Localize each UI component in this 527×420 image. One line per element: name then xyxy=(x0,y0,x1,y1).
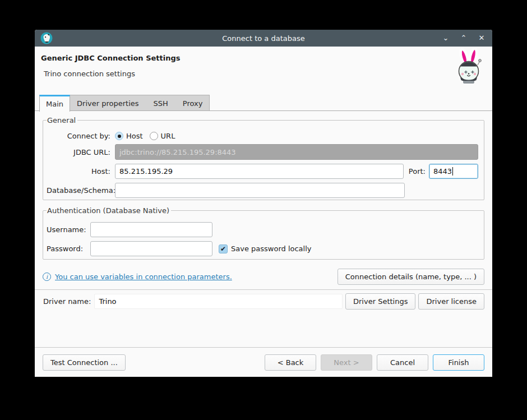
database-label: Database/Schema: xyxy=(47,186,115,195)
host-radio[interactable] xyxy=(115,132,123,140)
host-label: Host: xyxy=(47,167,115,176)
desktop-background: Connect to a database ⌄ ⌃ ✕ Generic JDBC… xyxy=(0,0,527,420)
dialog-button-bar: Test Connection ... < Back Next > Cancel… xyxy=(35,347,492,377)
settings-tabbar: Main Driver properties SSH Proxy xyxy=(35,90,492,111)
trino-bunny-logo xyxy=(453,48,486,85)
jdbc-url-row: JDBC URL: xyxy=(47,144,478,160)
window-title: Connect to a database xyxy=(35,34,492,43)
host-radio-label: Host xyxy=(126,132,143,140)
connect-database-dialog: Connect to a database ⌄ ⌃ ✕ Generic JDBC… xyxy=(35,30,492,377)
password-row: Password: ✔ Save password locally xyxy=(47,241,478,256)
jdbc-url-input xyxy=(115,144,478,160)
url-radio-label: URL xyxy=(161,132,175,140)
port-value: 8443 xyxy=(433,167,452,176)
tab-driver-properties[interactable]: Driver properties xyxy=(77,99,138,108)
port-label: Port: xyxy=(409,167,426,176)
username-label: Username: xyxy=(47,225,90,234)
connect-by-host-option[interactable]: Host xyxy=(115,132,143,140)
connect-by-url-option[interactable]: URL xyxy=(150,132,175,140)
driver-license-button[interactable]: Driver license xyxy=(418,293,484,310)
save-password-label: Save password locally xyxy=(231,244,312,253)
page-subtitle: Trino connection settings xyxy=(40,70,484,78)
port-input[interactable]: 8443 xyxy=(429,164,478,179)
host-row: Host: Port: 8443 xyxy=(47,164,478,179)
authentication-group: Authentication (Database Native) Usernam… xyxy=(43,206,484,260)
username-row: Username: xyxy=(47,222,478,237)
database-row: Database/Schema: xyxy=(47,183,478,198)
authentication-group-legend: Authentication (Database Native) xyxy=(47,206,171,215)
back-button[interactable]: < Back xyxy=(265,354,316,371)
driver-name-field xyxy=(94,294,343,309)
inactive-tab-group: Driver properties SSH Proxy xyxy=(70,95,210,111)
titlebar[interactable]: Connect to a database ⌄ ⌃ ✕ xyxy=(35,30,492,47)
url-radio[interactable] xyxy=(150,132,158,140)
password-label: Password: xyxy=(47,244,90,253)
username-input[interactable] xyxy=(90,222,212,237)
host-input[interactable] xyxy=(115,164,404,179)
save-password-option[interactable]: ✔ Save password locally xyxy=(219,244,312,253)
cancel-button[interactable]: Cancel xyxy=(377,354,428,371)
tab-ssh[interactable]: SSH xyxy=(154,99,168,108)
close-icon[interactable]: ✕ xyxy=(477,32,487,44)
database-input[interactable] xyxy=(115,183,405,198)
driver-row: Driver name: Driver Settings Driver lice… xyxy=(43,293,484,310)
connect-by-label: Connect by: xyxy=(47,132,115,140)
text-caret xyxy=(452,167,453,176)
connection-details-button[interactable]: Connection details (name, type, ... ) xyxy=(338,269,484,285)
tab-proxy[interactable]: Proxy xyxy=(183,99,203,108)
info-icon: i xyxy=(43,273,51,281)
driver-separator xyxy=(35,289,492,290)
page-title: Generic JDBC Connection Settings xyxy=(40,54,484,62)
info-row: i You can use variables in connection pa… xyxy=(43,269,484,285)
jdbc-url-label: JDBC URL: xyxy=(47,148,115,156)
test-connection-button[interactable]: Test Connection ... xyxy=(43,354,126,371)
minimize-icon[interactable]: ⌄ xyxy=(441,32,451,44)
general-group-legend: General xyxy=(47,116,77,124)
driver-settings-button[interactable]: Driver Settings xyxy=(345,293,415,310)
password-input[interactable] xyxy=(90,241,212,256)
driver-name-label: Driver name: xyxy=(43,297,91,306)
connect-by-row: Connect by: Host URL xyxy=(47,132,478,140)
general-group: General Connect by: Host URL JDBC URL: xyxy=(43,116,484,200)
dbeaver-app-icon xyxy=(40,32,53,44)
maximize-icon[interactable]: ⌃ xyxy=(459,32,469,44)
variables-help-link[interactable]: You can use variables in connection para… xyxy=(55,273,232,281)
dialog-header: Generic JDBC Connection Settings Trino c… xyxy=(35,47,492,90)
finish-button[interactable]: Finish xyxy=(433,354,484,371)
next-button: Next > xyxy=(321,354,372,371)
tab-main-label: Main xyxy=(46,100,63,108)
main-tab-content: General Connect by: Host URL JDBC URL: xyxy=(35,111,492,347)
tab-main[interactable]: Main xyxy=(39,95,70,112)
save-password-checkbox[interactable]: ✔ xyxy=(219,244,228,253)
